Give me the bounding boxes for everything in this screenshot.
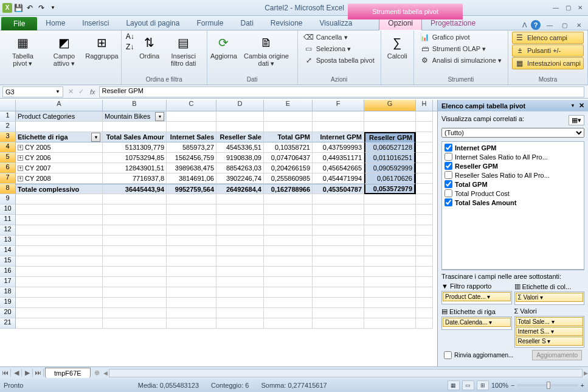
cell[interactable] [167, 194, 216, 205]
tab-home[interactable]: Home [37, 16, 74, 30]
row-header[interactable]: 13 [0, 236, 16, 246]
cell[interactable] [364, 122, 416, 132]
cell[interactable] [264, 205, 313, 215]
cell[interactable] [103, 256, 167, 267]
pivot-column-header[interactable]: Etichette di riga▾ [16, 132, 103, 142]
minimize-icon[interactable]: — [550, 3, 561, 13]
pivot-column-header[interactable]: Internet GPM [313, 132, 364, 142]
select-button[interactable]: ▭Seleziona ▾ [302, 43, 377, 54]
field-list-item[interactable]: Reseller Sales Ratio to All Pro... [443, 170, 583, 180]
pivot-value-cell[interactable]: 0,449351171 [313, 153, 364, 163]
field-checkbox[interactable] [444, 180, 452, 188]
cell[interactable] [264, 236, 313, 246]
pivot-value-cell[interactable]: 0,011016251 [364, 153, 416, 163]
change-source-button[interactable]: 🗎Cambia origine dati ▾ [239, 32, 293, 68]
vals-area-box[interactable]: Total Sale... ▾Internet S... ▾Reseller S… [514, 316, 585, 348]
cell[interactable] [313, 215, 364, 225]
cell[interactable] [103, 287, 167, 298]
cell[interactable] [416, 236, 433, 246]
pivot-total-cell[interactable]: 0,053572979 [364, 184, 416, 194]
cell[interactable] [264, 318, 313, 329]
cell[interactable] [416, 173, 433, 184]
pivot-column-header[interactable]: Reseller GPM [364, 132, 416, 142]
row-header[interactable]: 1 [0, 111, 16, 122]
layout-options-icon[interactable]: ▦▾ [569, 115, 584, 125]
col-header[interactable]: H [416, 100, 433, 111]
cell[interactable] [416, 111, 433, 122]
cell[interactable] [416, 142, 433, 153]
row-header[interactable]: 10 [0, 205, 16, 215]
expand-icon[interactable]: + [18, 166, 23, 171]
cell[interactable] [364, 256, 416, 267]
field-list-item[interactable]: Internet GPM [443, 143, 583, 152]
cell[interactable] [216, 236, 264, 246]
tab-review[interactable]: Revisione [262, 16, 311, 30]
field-checkbox[interactable] [444, 153, 452, 161]
cell[interactable] [416, 267, 433, 277]
cell[interactable] [264, 256, 313, 267]
cell[interactable] [103, 205, 167, 215]
move-button[interactable]: ⤢Sposta tabella pivot [302, 55, 377, 66]
field-list-item[interactable]: Reseller GPM [443, 161, 583, 170]
cell[interactable] [264, 122, 313, 132]
sheet-nav[interactable]: ⏮◀▶⏭ [0, 369, 44, 377]
cell[interactable] [167, 246, 216, 256]
sort-asc-icon[interactable]: A↓ [125, 32, 135, 41]
cell[interactable] [167, 111, 216, 122]
cell[interactable] [167, 277, 216, 287]
cell[interactable] [416, 153, 433, 163]
pivot-value-cell[interactable]: 0,06170626 [364, 173, 416, 184]
pivot-chart-button[interactable]: 📊Grafico pivot [418, 32, 504, 43]
field-list-item[interactable]: Total Sales Amount [443, 198, 583, 207]
row-header[interactable]: 16 [0, 267, 16, 277]
defer-update-checkbox[interactable] [444, 351, 452, 359]
pivot-row-label[interactable]: +CY 2006 [16, 153, 103, 163]
cell[interactable] [264, 267, 313, 277]
cell[interactable] [416, 287, 433, 298]
cell[interactable] [16, 205, 103, 215]
cell[interactable] [167, 205, 216, 215]
cell[interactable] [416, 277, 433, 287]
tab-insert[interactable]: Inserisci [74, 16, 117, 30]
doc-close-icon[interactable]: ✕ [573, 20, 584, 30]
cell[interactable] [16, 236, 103, 246]
area-field-item[interactable]: Total Sale... ▾ [516, 317, 584, 326]
pivot-value-cell[interactable]: 3814691,06 [167, 173, 216, 184]
pivot-value-cell[interactable]: 9190838,09 [216, 153, 264, 163]
field-checkbox[interactable] [444, 171, 452, 179]
pivot-total-cell[interactable]: 26492684,4 [216, 184, 264, 194]
row-header[interactable]: 19 [0, 298, 16, 308]
pivot-row-label[interactable]: +CY 2005 [16, 142, 103, 153]
cell[interactable] [16, 298, 103, 308]
pivot-value-cell[interactable]: 4545336,51 [216, 142, 264, 153]
ribbon-minimize-icon[interactable]: ᐱ [522, 21, 527, 29]
sheet-tab[interactable]: tmpF67E [45, 368, 91, 378]
cell[interactable] [16, 287, 103, 298]
tab-formulas[interactable]: Formule [188, 16, 232, 30]
cell[interactable] [416, 246, 433, 256]
pivot-column-header[interactable]: Total GPM [264, 132, 313, 142]
new-sheet-icon[interactable]: ⊕ [91, 369, 103, 377]
cell[interactable] [216, 194, 264, 205]
row-labels-dropdown-icon[interactable]: ▾ [91, 133, 100, 142]
refresh-button[interactable]: ⟳Aggiorna [211, 32, 237, 61]
cell[interactable] [264, 194, 313, 205]
row-header[interactable]: 21 [0, 318, 16, 329]
cell[interactable] [416, 184, 433, 194]
cell[interactable] [103, 225, 167, 236]
pivot-value-cell[interactable]: 0,10358721 [264, 142, 313, 153]
pivot-value-cell[interactable]: 0,454471994 [313, 173, 364, 184]
pivot-column-header[interactable]: Internet Sales [167, 132, 216, 142]
cell[interactable] [313, 205, 364, 215]
pivot-value-cell[interactable]: 8854263,03 [216, 163, 264, 173]
field-checkbox[interactable] [444, 144, 452, 152]
headers-toggle[interactable]: ▦Intestazioni campi [512, 57, 584, 69]
row-header[interactable]: 5 [0, 153, 16, 163]
area-field-item[interactable]: Internet S... ▾ [516, 327, 584, 336]
col-header[interactable]: A [16, 100, 103, 111]
calc-button[interactable]: ∑Calcoli [385, 32, 410, 61]
cell[interactable] [103, 194, 167, 205]
cell[interactable] [216, 225, 264, 236]
cell[interactable] [416, 298, 433, 308]
name-box[interactable]: G3▼ [2, 86, 63, 97]
